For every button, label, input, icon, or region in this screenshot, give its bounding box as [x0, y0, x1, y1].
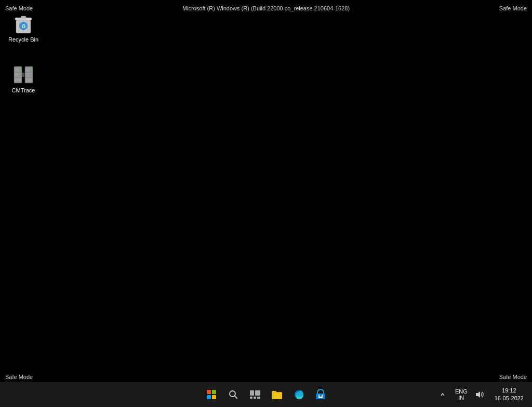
svg-rect-22: [22, 73, 24, 77]
store-button[interactable]: [310, 384, 331, 405]
svg-rect-29: [257, 397, 260, 399]
svg-point-20: [30, 74, 32, 76]
chevron-up-icon: [440, 391, 445, 398]
svg-line-24: [235, 396, 237, 399]
clock-area[interactable]: 19:12 16-05-2022: [490, 384, 528, 405]
windows-logo-icon: [207, 390, 216, 399]
taskbar-center: [201, 384, 331, 405]
store-icon: [315, 389, 326, 400]
taskview-icon: [250, 390, 260, 399]
bottom-right-watermark: Safe Mode: [499, 374, 527, 380]
svg-rect-28: [254, 397, 256, 399]
search-button[interactable]: [223, 384, 244, 405]
file-explorer-icon: [271, 389, 283, 400]
recycle-bin-icon: ♻: [13, 13, 34, 34]
svg-point-19: [30, 69, 32, 71]
svg-point-13: [19, 74, 21, 76]
svg-rect-27: [250, 397, 252, 399]
svg-marker-36: [476, 391, 480, 398]
region-code: IN: [458, 395, 464, 401]
cmtrace-icon: [13, 64, 34, 85]
file-explorer-button[interactable]: [267, 384, 287, 405]
volume-icon: [475, 390, 485, 399]
svg-rect-35: [320, 395, 322, 397]
edge-button[interactable]: [288, 384, 309, 405]
svg-rect-25: [250, 390, 254, 396]
desktop-icon-cmtrace[interactable]: CMTrace: [5, 62, 42, 96]
cmtrace-image: [13, 64, 34, 85]
taskbar: ENG IN 19:12 16-05-2022: [0, 382, 532, 407]
clock-time: 19:12: [502, 387, 516, 395]
svg-point-21: [30, 79, 32, 81]
show-hidden-icons-button[interactable]: [434, 384, 451, 405]
windows-build-info: Microsoft (R) Windows (R) (Build 22000.c…: [182, 5, 350, 11]
top-right-watermark: Safe Mode: [499, 5, 527, 11]
edge-icon: [294, 389, 304, 400]
svg-rect-32: [272, 392, 282, 399]
system-tray: ENG IN 19:12 16-05-2022: [434, 382, 528, 407]
language-code: ENG: [455, 388, 468, 395]
svg-point-14: [19, 79, 21, 81]
taskview-button[interactable]: [245, 384, 265, 405]
svg-rect-26: [255, 390, 260, 396]
start-button[interactable]: [201, 384, 222, 405]
clock-date: 16-05-2022: [495, 395, 524, 402]
search-icon: [229, 390, 238, 399]
bottom-left-watermark: Safe Mode: [5, 374, 33, 380]
cmtrace-label: CMTrace: [12, 87, 35, 94]
svg-rect-2: [21, 16, 26, 18]
volume-button[interactable]: [472, 384, 488, 405]
desktop-icon-recycle-bin[interactable]: ♻ Recycle Bin: [5, 11, 42, 45]
top-left-watermark: Safe Mode: [5, 5, 33, 11]
recycle-bin-label: Recycle Bin: [8, 36, 38, 43]
svg-point-12: [19, 69, 21, 71]
recycle-bin-image: ♻: [14, 13, 33, 34]
svg-text:♻: ♻: [21, 23, 26, 29]
language-indicator[interactable]: ENG IN: [453, 384, 470, 405]
